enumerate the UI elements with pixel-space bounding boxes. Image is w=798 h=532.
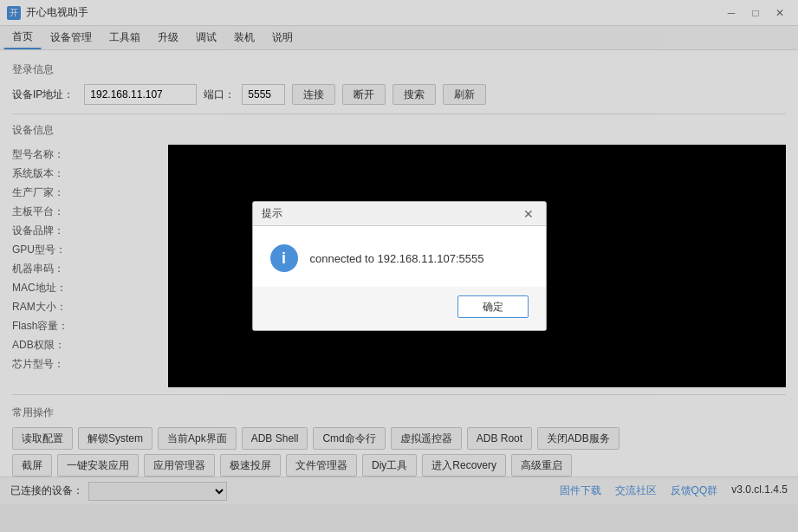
- dialog-message: connected to 192.168.11.107:5555: [310, 252, 484, 265]
- dialog-titlebar: 提示 ✕: [253, 202, 546, 226]
- dialog-body: i connected to 192.168.11.107:5555: [253, 226, 546, 287]
- dialog-title: 提示: [262, 206, 282, 221]
- dialog-ok-button[interactable]: 确定: [457, 295, 529, 318]
- dialog-close-button[interactable]: ✕: [520, 205, 537, 223]
- main-content: 登录信息 设备IP地址： 端口： 连接 断开 搜索 刷新 设备信息 型号名称： …: [0, 50, 798, 504]
- dialog-footer: 确定: [253, 287, 546, 330]
- dialog-overlay: 提示 ✕ i connected to 192.168.11.107:5555 …: [0, 50, 798, 504]
- dialog: 提示 ✕ i connected to 192.168.11.107:5555 …: [252, 201, 547, 331]
- dialog-info-icon: i: [270, 244, 298, 272]
